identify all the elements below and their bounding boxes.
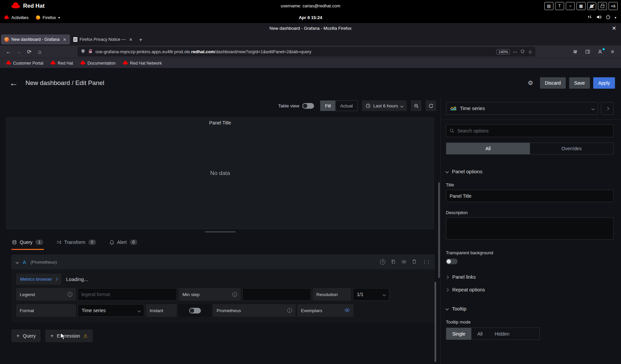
query-help-icon[interactable]: ?	[380, 259, 385, 265]
toggle-visibility-icon[interactable]	[401, 259, 406, 265]
tab-close-icon[interactable]: ✕	[63, 37, 67, 42]
clock[interactable]: Apr 6 15:24	[0, 15, 621, 20]
transparent-background-toggle[interactable]	[446, 259, 458, 264]
window-titlebar[interactable]: New dashboard - Grafana - Mozilla Firefo…	[0, 23, 621, 33]
bookmark-customer-portal[interactable]: Customer Portal	[3, 60, 46, 67]
tooltip-mode-all[interactable]: All	[471, 328, 489, 340]
options-search[interactable]	[446, 124, 614, 137]
sidebar-toggle-icon[interactable]	[583, 47, 593, 57]
info-icon[interactable]: i	[232, 292, 237, 297]
redhat-favicon	[51, 61, 56, 66]
url-text[interactable]: ose-grafana-mqnczp-jenkins.apps.eu46r.pr…	[95, 49, 494, 54]
tab-transform[interactable]: Transform 0	[56, 235, 97, 250]
activities-button[interactable]: Activities	[4, 15, 28, 20]
collapse-options-button[interactable]	[601, 102, 614, 115]
info-icon[interactable]: i	[287, 308, 292, 313]
min-step-label-text: Min step	[182, 292, 200, 297]
query-scrollbar[interactable]	[435, 282, 436, 362]
network-activity-icon[interactable]	[587, 14, 592, 20]
main-scrollbar[interactable]	[438, 182, 440, 278]
discard-button[interactable]: Discard	[540, 77, 566, 89]
menu-icon[interactable]: ≡	[607, 47, 618, 57]
add-expression-button[interactable]: + Expression ⚠	[45, 330, 92, 342]
library-icon[interactable]	[570, 47, 580, 57]
visualization-picker[interactable]: Time series	[446, 102, 598, 115]
bookmark-star-icon[interactable]: ☆	[528, 49, 532, 55]
refresh-button[interactable]	[425, 100, 436, 111]
apply-button[interactable]: Apply	[593, 77, 615, 89]
bookmark-redhat[interactable]: Red Hat	[48, 60, 76, 67]
keyboard-icon[interactable]: ▦	[576, 2, 586, 10]
tab-alert[interactable]: Alert 0	[109, 235, 138, 250]
filter-overrides[interactable]: Overrides	[530, 143, 614, 154]
delete-query-icon[interactable]	[412, 259, 416, 265]
drag-handle-icon[interactable]: ⋮⋮	[422, 259, 430, 265]
resolution-select[interactable]: 1/1	[353, 288, 389, 301]
page-actions-icon[interactable]: ⋯	[513, 49, 517, 55]
info-icon[interactable]: i	[68, 292, 72, 297]
circle-icon[interactable]: ○	[566, 2, 575, 10]
app-menu-firefox[interactable]: Firefox ▾	[36, 15, 60, 20]
query-row-header[interactable]: A (Prometheus) ? ⋮⋮	[11, 255, 435, 269]
panel-links-section[interactable]: Panel links	[446, 274, 614, 280]
zoom-level-badge[interactable]: 140%	[496, 49, 510, 55]
insecure-lock-icon[interactable]	[88, 49, 93, 55]
format-select[interactable]: Time series	[78, 304, 144, 317]
tab-grafana[interactable]: New dashboard - Grafana ✕	[1, 34, 70, 44]
save-button[interactable]: Save	[569, 77, 590, 89]
account-icon[interactable]	[595, 47, 605, 57]
reload-button[interactable]: ⟳	[24, 47, 34, 57]
home-button[interactable]: ⌂	[34, 47, 45, 57]
panel-resize-handle[interactable]	[0, 229, 440, 235]
metrics-browser-button[interactable]: Metrics browser	[16, 274, 61, 285]
tab-privacy-notice[interactable]: Firefox Privacy Notice — ✕	[70, 34, 136, 44]
tab-close-icon[interactable]: ✕	[129, 37, 133, 42]
text-tool-icon[interactable]: T	[555, 2, 564, 10]
keyboard-disabled-icon[interactable]: ▦	[587, 2, 596, 10]
exemplars-eye-icon[interactable]	[344, 308, 350, 313]
actual-option[interactable]: Actual	[335, 101, 358, 111]
zoom-out-button[interactable]	[411, 100, 421, 111]
panel-options-sidebar: Time series All Overrides Panel options	[440, 98, 621, 364]
min-step-input[interactable]	[242, 288, 311, 301]
repeat-options-section[interactable]: Repeat options	[446, 287, 614, 292]
tab-query[interactable]: Query 1	[11, 235, 44, 250]
tooltip-section-header[interactable]: Tooltip	[446, 306, 614, 311]
new-tab-button[interactable]: +	[136, 35, 145, 44]
window-close-button[interactable]: ✕	[612, 25, 616, 31]
panel-description-textarea[interactable]	[446, 217, 614, 240]
tooltip-mode-hidden[interactable]: Hidden	[488, 328, 515, 340]
bookmark-documentation[interactable]: Documentation	[78, 60, 118, 67]
fill-actual-segment: Fill Actual	[320, 100, 358, 111]
options-search-input[interactable]	[457, 128, 610, 133]
table-view-toggle[interactable]	[302, 103, 314, 109]
dashboard-settings-gear-icon[interactable]: ⚙	[525, 77, 537, 89]
filter-all[interactable]: All	[446, 143, 530, 154]
permissions-shield-icon[interactable]	[521, 49, 525, 55]
panel-title-input[interactable]	[446, 190, 614, 202]
screen-lock-icon[interactable]	[598, 2, 607, 10]
power-icon[interactable]	[606, 14, 611, 20]
tooltip-mode-single[interactable]: Single	[446, 328, 471, 340]
forward-button[interactable]: →	[14, 47, 24, 57]
document-icon[interactable]: ▤	[544, 2, 553, 10]
tracking-shield-icon[interactable]	[81, 49, 85, 55]
collapse-chevron-icon[interactable]	[16, 260, 19, 264]
input-method-badge[interactable]: »à	[609, 2, 618, 10]
legend-format-input[interactable]	[78, 288, 177, 301]
panel-preview[interactable]: Panel Title No data	[6, 117, 434, 229]
back-button[interactable]: ←	[3, 47, 14, 57]
back-to-dashboard-button[interactable]: ←	[9, 79, 18, 87]
instant-toggle[interactable]	[189, 308, 201, 313]
plus-icon: +	[50, 333, 53, 339]
volume-icon[interactable]	[596, 14, 602, 21]
duplicate-query-icon[interactable]	[391, 259, 396, 265]
system-menu-caret-icon[interactable]: ▾	[615, 16, 616, 19]
panel-options-section-header[interactable]: Panel options	[446, 169, 614, 174]
url-bar[interactable]: ose-grafana-mqnczp-jenkins.apps.eu46r.pr…	[78, 47, 535, 57]
fill-option[interactable]: Fill	[320, 101, 335, 111]
bookmark-redhat-network[interactable]: Red Hat Network	[120, 60, 164, 67]
time-range-picker[interactable]: Last 6 hours	[362, 100, 407, 111]
add-query-button[interactable]: + Query	[11, 330, 41, 342]
redhat-brand-text: Red Hat	[23, 3, 45, 9]
